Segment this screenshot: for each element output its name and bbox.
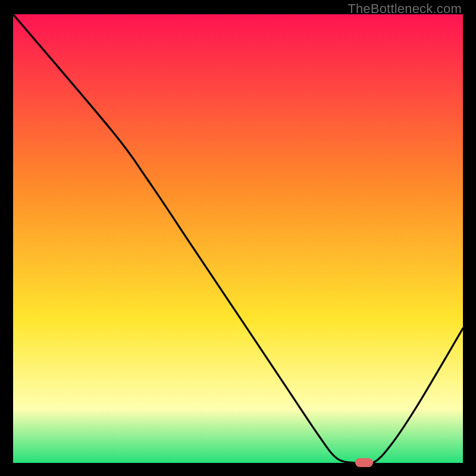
optimum-marker (355, 458, 373, 467)
chart-background (13, 14, 463, 463)
chart-frame (13, 14, 463, 463)
bottleneck-chart (13, 14, 463, 463)
